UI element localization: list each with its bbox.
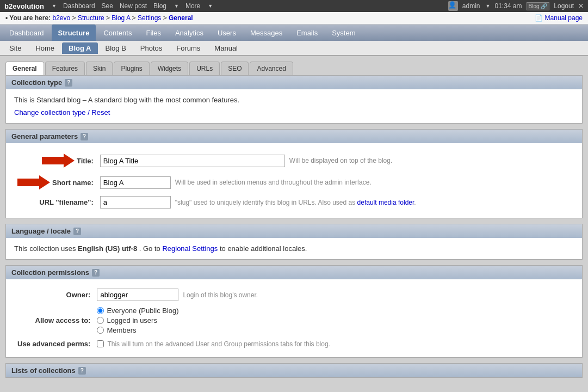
- sub-nav-home[interactable]: Home: [29, 42, 61, 54]
- access-logged-in-option[interactable]: Logged in users: [97, 316, 571, 324]
- brand-dropdown-arrow[interactable]: ▼: [52, 3, 57, 9]
- sub-nav-manual[interactable]: Manual: [208, 42, 244, 54]
- access-logged-in-label: Logged in users: [107, 316, 157, 324]
- language-locale-lang: English (US) utf-8: [78, 244, 137, 253]
- top-bar: b2evolution ▼ Dashboard See New post Blo…: [0, 0, 588, 12]
- advanced-perms-row: Use advanced perms: This will turn on th…: [14, 337, 574, 351]
- collection-type-body: This is Standard blog – A standard blog …: [6, 89, 582, 123]
- main-nav-system[interactable]: System: [325, 24, 362, 41]
- language-locale-text-prefix: This collection uses: [14, 244, 76, 253]
- tab-plugins[interactable]: Plugins: [114, 62, 149, 75]
- tab-seo[interactable]: SEO: [221, 62, 249, 75]
- url-filename-input[interactable]: [100, 196, 171, 209]
- collection-permissions-header: Collection permissions ?: [6, 266, 582, 279]
- title-hint: Will be displayed on top of the blog.: [289, 157, 392, 164]
- general-parameters-help-icon[interactable]: ?: [81, 133, 88, 140]
- main-nav: Dashboard Structure Contents Files Analy…: [0, 24, 588, 41]
- main-nav-users[interactable]: Users: [211, 24, 243, 41]
- admin-dropdown-arrow[interactable]: ▼: [486, 3, 491, 9]
- allow-access-label: Allow access to:: [14, 304, 94, 337]
- change-collection-type-link[interactable]: Change collection type / Reset: [14, 108, 110, 117]
- content-area: General Features Skin Plugins Widgets UR…: [0, 56, 588, 389]
- collection-type-panel: Collection type ? This is Standard blog …: [5, 75, 583, 124]
- sub-nav-site[interactable]: Site: [3, 42, 28, 54]
- permissions-form: Owner: Login of this blog's owner. Allow…: [14, 286, 574, 351]
- tab-skin[interactable]: Skin: [86, 62, 113, 75]
- advanced-perms-input-cell: This will turn on the advanced User and …: [94, 337, 574, 351]
- access-everyone-radio[interactable]: [97, 307, 104, 314]
- tab-urls[interactable]: URLs: [189, 62, 220, 75]
- short-name-arrow-icon: [17, 174, 50, 191]
- tab-features[interactable]: Features: [45, 62, 85, 75]
- breadcrumb-bloga[interactable]: Blog A: [112, 14, 130, 22]
- language-locale-help-icon[interactable]: ?: [73, 228, 81, 235]
- collection-permissions-panel: Collection permissions ? Owner: Login of…: [5, 265, 583, 358]
- sub-nav-forums[interactable]: Forums: [170, 42, 207, 54]
- url-filename-hint: "slug" used to uniquely identify this bl…: [175, 199, 416, 206]
- advanced-perms-checkbox[interactable]: [97, 340, 104, 347]
- sub-nav: Site Home Blog A Blog B Photos Forums Ma…: [0, 41, 588, 56]
- lists-of-collections-help-icon[interactable]: ?: [78, 367, 86, 375]
- nav-more[interactable]: More: [185, 2, 200, 10]
- logout-button[interactable]: Logout: [554, 2, 574, 10]
- main-nav-analytics[interactable]: Analytics: [169, 24, 210, 41]
- main-nav-dashboard[interactable]: Dashboard: [3, 24, 51, 41]
- default-media-folder-link[interactable]: default media folder: [357, 199, 414, 206]
- main-nav-emails[interactable]: Emails: [290, 24, 324, 41]
- nav-see[interactable]: See: [102, 2, 113, 10]
- svg-marker-1: [17, 175, 50, 189]
- lists-of-collections-title: Lists of collections: [11, 366, 76, 375]
- owner-input[interactable]: [97, 289, 178, 301]
- language-locale-text-middle: . Go to: [139, 244, 160, 253]
- title-input[interactable]: [100, 155, 285, 167]
- admin-avatar: 👤: [448, 1, 458, 11]
- breadcrumb-b2evo[interactable]: b2evo: [52, 14, 70, 22]
- general-parameters-title: General parameters: [11, 132, 78, 140]
- nav-blog[interactable]: Blog: [153, 2, 166, 10]
- nav-more-dropdown-arrow[interactable]: ▼: [208, 3, 213, 9]
- language-locale-header: Language / locale ?: [6, 224, 582, 238]
- sub-nav-blogb[interactable]: Blog B: [99, 42, 133, 54]
- admin-menu[interactable]: admin: [462, 2, 480, 10]
- main-nav-structure[interactable]: Structure: [52, 24, 96, 41]
- access-members-option[interactable]: Members: [97, 326, 571, 334]
- allow-access-options-cell: Everyone (Public Blog) Logged in users M…: [94, 304, 574, 337]
- sub-nav-photos[interactable]: Photos: [134, 42, 169, 54]
- breadcrumb-settings[interactable]: Settings: [138, 14, 161, 22]
- collection-type-help-icon[interactable]: ?: [65, 79, 72, 87]
- access-everyone-label: Everyone (Public Blog): [107, 307, 178, 315]
- tab-widgets[interactable]: Widgets: [151, 62, 188, 75]
- nav-dashboard[interactable]: Dashboard: [63, 2, 95, 10]
- top-bar-time: 01:34 am: [494, 2, 522, 10]
- short-name-hint: Will be used in selection menus and thro…: [175, 179, 372, 186]
- regional-settings-link[interactable]: Regional Settings: [162, 244, 218, 253]
- breadcrumb-bar: • You are here: b2evo > Structure > Blog…: [0, 12, 588, 24]
- brand-logo[interactable]: b2evolution: [4, 2, 44, 10]
- url-filename-label: URL "filename":: [14, 193, 97, 211]
- breadcrumb-structure[interactable]: Structure: [78, 14, 104, 22]
- main-nav-files[interactable]: Files: [139, 24, 167, 41]
- title-label: Title:: [14, 150, 97, 171]
- collection-permissions-help-icon[interactable]: ?: [92, 269, 100, 277]
- short-name-input[interactable]: [100, 176, 171, 189]
- short-name-row: Short name: Will be used in selection me…: [14, 171, 574, 193]
- nav-new-post[interactable]: New post: [120, 2, 147, 10]
- tab-advanced[interactable]: Advanced: [250, 62, 293, 75]
- collection-type-title: Collection type: [11, 78, 62, 87]
- language-locale-body: This collection uses English (US) utf-8 …: [6, 238, 582, 259]
- access-everyone-option[interactable]: Everyone (Public Blog): [97, 307, 571, 315]
- access-logged-in-radio[interactable]: [97, 317, 104, 324]
- title-arrow-icon: [42, 152, 75, 169]
- main-nav-messages[interactable]: Messages: [244, 24, 289, 41]
- title-row: Title: Will be displayed on top of the b…: [14, 150, 574, 171]
- tab-general[interactable]: General: [5, 62, 44, 75]
- top-bar-right: 👤 admin ▼ 01:34 am Blog 🔗 Logout ✕: [448, 1, 584, 11]
- allow-access-radio-group: Everyone (Public Blog) Logged in users M…: [97, 307, 571, 334]
- nav-blog-dropdown-arrow[interactable]: ▼: [174, 3, 179, 9]
- blog-icon[interactable]: Blog 🔗: [527, 2, 550, 10]
- sub-nav-bloga[interactable]: Blog A: [62, 42, 97, 54]
- access-members-radio[interactable]: [97, 327, 104, 334]
- manual-page-link[interactable]: 📄 Manual page: [535, 14, 583, 22]
- language-locale-title: Language / locale: [11, 227, 71, 235]
- main-nav-contents[interactable]: Contents: [97, 24, 138, 41]
